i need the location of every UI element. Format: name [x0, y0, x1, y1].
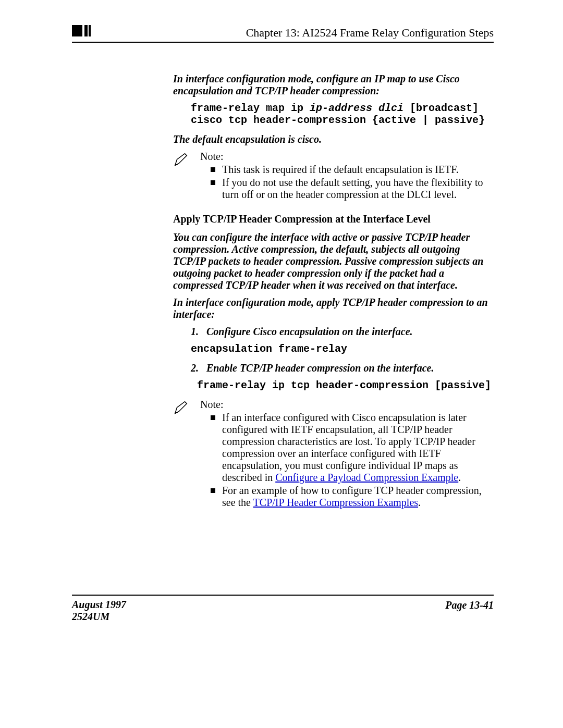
page-header-title: Chapter 13: AI2524 Frame Relay Configura…: [246, 26, 494, 40]
step-2-code: frame-relay ip tcp header-compression [p…: [191, 379, 494, 391]
code-1-var: ip-address dlci: [310, 102, 403, 114]
step-2-row: 2. Enable TCP/IP header compression on t…: [191, 362, 494, 374]
note-2-text: Note: If an interface configured with Ci…: [200, 399, 494, 510]
intro-paragraph-1: In interface configuration mode, configu…: [173, 73, 494, 97]
footer-page-number: Page 13-41: [445, 599, 494, 611]
numbered-steps: 1. Configure Cisco encapsulation on the …: [173, 326, 494, 338]
header-rule: [72, 42, 494, 43]
paragraph-4: In interface configuration mode, apply T…: [173, 297, 494, 320]
intro-paragraph-2: The default encapsulation is cisco.: [173, 133, 494, 145]
footer-left: August 1997 2524UM: [72, 599, 126, 623]
note-2-item-2-tail: .: [418, 497, 421, 508]
code-1a: frame-relay map ip: [191, 102, 310, 114]
step-1-row: 1. Configure Cisco encapsulation on the …: [191, 326, 494, 338]
pencil-icon: [173, 399, 200, 418]
svg-rect-2: [89, 25, 91, 36]
pencil-icon: [173, 151, 200, 170]
step-2-text: Enable TCP/IP header compression on the …: [206, 362, 494, 374]
code-block-1: frame-relay map ip ip-address dlci [broa…: [191, 102, 494, 126]
link-configure-payload-compression-example[interactable]: Configure a Payload Compression Example: [275, 472, 458, 483]
body-content: In interface configuration mode, configu…: [173, 73, 494, 521]
step-1-code: encapsulation frame-relay: [191, 343, 494, 355]
section-heading: Apply TCP/IP Header Compression at the I…: [173, 213, 494, 225]
step-2-number: 2.: [191, 362, 206, 374]
note-1-item-2: If you do not use the default setting, y…: [211, 177, 494, 201]
page: Chapter 13: AI2524 Frame Relay Configura…: [0, 0, 563, 728]
note-2-item-1: If an interface configured with Cisco en…: [211, 412, 494, 484]
svg-rect-0: [72, 25, 82, 36]
footer-date: August 1997: [72, 599, 126, 610]
footer-rule: [72, 595, 494, 596]
note-2-item-2: For an example of how to configure TCP h…: [211, 485, 494, 509]
note-1-list: This task is required if the default enc…: [200, 164, 494, 201]
note-1-item-1: This task is required if the default enc…: [211, 164, 494, 176]
svg-rect-1: [84, 25, 88, 36]
step-1-text: Configure Cisco encapsulation on the int…: [206, 326, 494, 338]
link-tcpip-header-compression-examples[interactable]: TCP/IP Header Compression Examples: [253, 497, 418, 508]
numbered-steps-2: 2. Enable TCP/IP header compression on t…: [173, 362, 494, 374]
logo-icon: [72, 24, 93, 39]
note-1-lead: Note:: [200, 151, 223, 162]
note-2-lead: Note:: [200, 399, 223, 410]
note-block-2: Note: If an interface configured with Ci…: [173, 399, 494, 510]
note-2-list: If an interface configured with Cisco en…: [200, 412, 494, 509]
step-1-number: 1.: [191, 326, 206, 338]
footer-doc: 2524UM: [72, 611, 109, 622]
note-block-1: Note: This task is required if the defau…: [173, 151, 494, 202]
note-1-text: Note: This task is required if the defau…: [200, 151, 494, 202]
paragraph-3: You can configure the interface with act…: [173, 231, 494, 291]
